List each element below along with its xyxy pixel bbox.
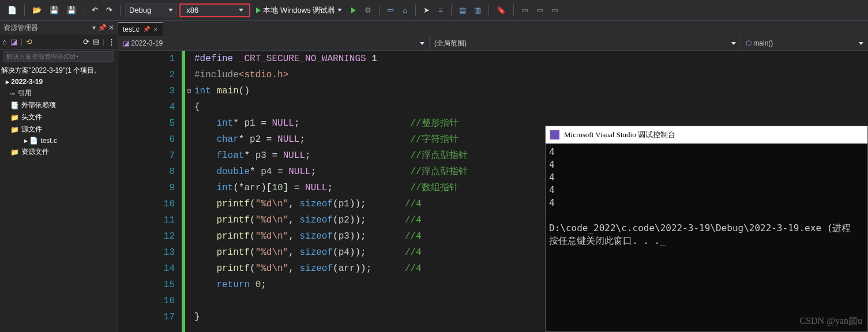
start-without-debugging-icon[interactable] — [348, 4, 359, 17]
nav-project-scope[interactable]: ◪ 2022-3-19 — [118, 36, 430, 50]
fold-gutter: ⊟ — [185, 51, 193, 332]
main-toolbar: 📄 📂 💾 💾 ↶ ↷ Debug x86 本地 Windows 调试器 ⚙ ▭… — [0, 0, 868, 21]
comment-icon[interactable]: ▤ — [456, 4, 469, 17]
configuration-label: Debug — [129, 6, 151, 14]
misc-icon-2[interactable]: ▭ — [533, 4, 546, 17]
chevron-down-icon — [168, 9, 173, 12]
platform-label: x86 — [186, 6, 198, 14]
references-node[interactable]: ▫◦ 引用 — [0, 87, 118, 99]
console-titlebar[interactable]: Microsoft Visual Studio 调试控制台 — [546, 126, 867, 144]
line-number-gutter: 1234567891011121314151617 — [118, 51, 182, 332]
misc-icon-1[interactable]: ▭ — [518, 4, 531, 17]
view-icon[interactable]: ◪ — [10, 37, 17, 46]
configuration-dropdown[interactable]: Debug — [125, 3, 177, 17]
explorer-tree: 解决方案"2022-3-19"(1 个项目, ▸ 2022-3-19 ▫◦ 引用… — [0, 63, 118, 159]
tool-icon-2[interactable]: ⌂ — [399, 4, 411, 17]
nav-function-scope[interactable]: ⬡ main() — [741, 36, 868, 50]
navigation-bar: ◪ 2022-3-19 (全局范围) ⬡ main() — [118, 36, 868, 51]
chevron-down-icon — [337, 9, 342, 12]
close-icon[interactable]: × — [153, 25, 158, 33]
file-tab-test-c[interactable]: test.c 📌 × — [118, 22, 163, 36]
console-output: 4 4 4 4 4 D:\code_2022\c.code\2022-3-19\… — [546, 144, 867, 250]
new-project-icon[interactable]: 📄 — [5, 4, 20, 17]
open-folder-icon[interactable]: 📂 — [29, 4, 44, 17]
sources-node[interactable]: 📁 源文件 — [0, 123, 118, 135]
show-all-icon[interactable]: ⋮ — [108, 37, 115, 46]
external-deps-node[interactable]: 📑 外部依赖项 — [0, 99, 118, 111]
refresh-icon[interactable]: ⟳ — [83, 37, 89, 46]
bookmark-icon[interactable]: 🔖 — [494, 4, 509, 17]
pin-icon[interactable]: 📌 — [143, 26, 150, 32]
uncomment-icon[interactable]: ▥ — [471, 4, 484, 17]
explorer-toolbar: ⌂ ◪ | ⟲ ⟳ ⊟ | ⋮ — [0, 35, 118, 50]
solution-explorer: 资源管理器 ▾ 📌 ✕ ⌂ ◪ | ⟲ ⟳ ⊟ | ⋮ 解决方案"2022-3-… — [0, 21, 118, 332]
history-icon[interactable]: ⟲ — [26, 37, 32, 46]
save-all-icon[interactable]: 💾 — [64, 4, 79, 17]
tab-label: test.c — [123, 25, 140, 33]
resources-node[interactable]: 📁 资源文件 — [0, 146, 118, 158]
redo-icon[interactable]: ↷ — [103, 4, 115, 17]
console-app-icon — [550, 130, 559, 139]
debug-console-window: Microsoft Visual Studio 调试控制台 4 4 4 4 4 … — [545, 126, 868, 332]
chevron-down-icon — [239, 9, 243, 12]
source-file-node[interactable]: ▸ 📄 test.c — [0, 135, 118, 146]
home-icon[interactable]: ⌂ — [2, 37, 7, 46]
debugger-label: 本地 Windows 调试器 — [263, 5, 335, 16]
misc-icon-3[interactable]: ▭ — [548, 4, 561, 17]
tab-bar: test.c 📌 × — [118, 21, 868, 36]
headers-node[interactable]: 📁 头文件 — [0, 111, 118, 123]
solution-node[interactable]: 解决方案"2022-3-19"(1 个项目, — [0, 65, 118, 77]
attach-icon[interactable]: ⚙ — [362, 4, 374, 17]
collapse-icon[interactable]: ⊟ — [93, 37, 99, 46]
save-icon[interactable]: 💾 — [47, 4, 62, 17]
project-node[interactable]: ▸ 2022-3-19 — [0, 77, 118, 87]
console-title-label: Microsoft Visual Studio 调试控制台 — [564, 129, 675, 141]
explorer-header-controls: ▾ 📌 ✕ — [92, 24, 114, 32]
platform-dropdown[interactable]: x86 — [179, 3, 250, 17]
indent-icon[interactable]: ≡ — [435, 4, 446, 17]
cursor-icon[interactable]: ➤ — [420, 4, 433, 17]
start-debugging-button[interactable]: 本地 Windows 调试器 — [253, 4, 345, 17]
explorer-title: 资源管理器 — [3, 23, 38, 33]
tool-icon-1[interactable]: ▭ — [384, 4, 397, 17]
explorer-search-input[interactable] — [3, 51, 114, 62]
undo-icon[interactable]: ↶ — [89, 4, 101, 17]
explorer-header: 资源管理器 ▾ 📌 ✕ — [0, 21, 118, 35]
nav-global-scope[interactable]: (全局范围) — [430, 36, 741, 50]
play-icon — [256, 7, 261, 13]
